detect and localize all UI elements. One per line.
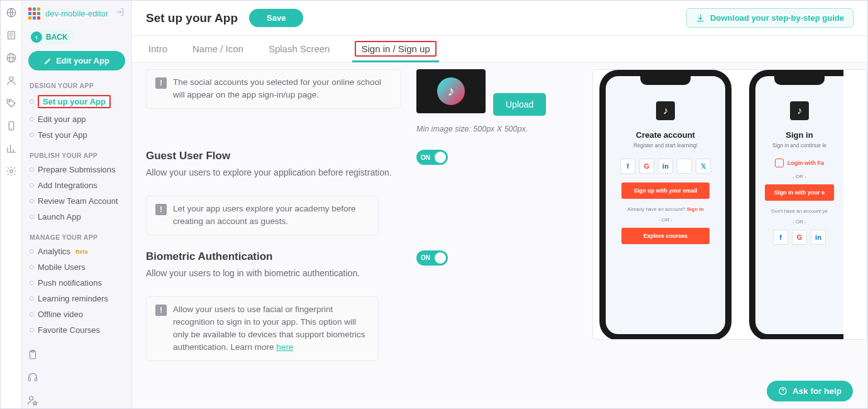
sidebar-item-submissions[interactable]: Prepare Submissions: [22, 162, 131, 177]
main-area: Set up your App Save Download your step-…: [132, 1, 867, 408]
guest-flow-note: ! Let your app users explore your academ…: [146, 196, 379, 235]
biometric-desc: Allow your users to log in with biometri…: [146, 267, 401, 280]
sidebar: dev-mobile-editor ‹ BACK Edit your App D…: [22, 1, 132, 408]
sidebar-item-favorites[interactable]: Favorite Courses: [22, 322, 131, 338]
page-title: Set up your App: [146, 11, 238, 25]
tab-name-icon[interactable]: Name / Icon: [190, 36, 246, 62]
section-publish-label: PUBLISH YOUR APP: [22, 148, 131, 160]
phone1-title: Create account: [636, 130, 695, 140]
google-icon[interactable]: G: [639, 159, 654, 174]
already-account-text: Already have an account? Sign in: [627, 206, 703, 212]
social-accounts-note: ! The social accounts you selected for y…: [146, 69, 401, 109]
explore-courses-button[interactable]: Explore courses: [621, 228, 709, 244]
app-logo-icon: [790, 101, 809, 120]
linkedin-icon[interactable]: in: [811, 230, 826, 245]
preview-phone-signup: Create account Register and start learni…: [599, 70, 732, 340]
biometric-note: ! Allow your users to use facial or fing…: [146, 296, 379, 361]
preview-pane: Create account Register and start learni…: [593, 69, 867, 340]
logo-thumbnail: [416, 69, 486, 113]
social-login-row-2: f G in: [773, 230, 826, 245]
sidebar-item-reminders[interactable]: Learning reminders: [22, 291, 131, 306]
phone2-subtitle: Sign in and continue le: [772, 142, 826, 148]
info-icon: !: [155, 305, 167, 316]
image-size-hint: Min image size: 500px X 500px.: [416, 125, 528, 133]
svg-point-4: [9, 77, 13, 81]
signin-email-button[interactable]: Sign in with your e: [765, 184, 834, 201]
tag-icon[interactable]: [6, 98, 17, 109]
back-button[interactable]: ‹ BACK: [28, 30, 74, 45]
google-icon[interactable]: G: [792, 230, 807, 245]
download-guide-button[interactable]: Download your step-by-step guide: [686, 8, 854, 28]
sidebar-item-analytics[interactable]: AnalyticsBeta: [22, 244, 131, 259]
learn-more-link[interactable]: here: [276, 342, 293, 352]
topbar: Set up your App Save Download your step-…: [132, 1, 867, 36]
apple-icon[interactable]: [677, 159, 692, 174]
guest-flow-toggle[interactable]: ON: [416, 150, 448, 165]
chevron-left-icon: ‹: [31, 31, 42, 43]
user-icon[interactable]: [6, 75, 17, 86]
tiktok-logo-icon: [437, 77, 465, 105]
gear-icon[interactable]: [6, 165, 17, 177]
headset-icon[interactable]: [27, 372, 38, 386]
section-design-label: DESIGN YOUR APP: [22, 78, 131, 91]
sidebar-item-edit[interactable]: Edit your app: [22, 111, 131, 127]
faceid-icon: [775, 159, 784, 167]
sidebar-item-setup[interactable]: Set up your App: [22, 92, 131, 111]
facebook-icon[interactable]: f: [620, 159, 635, 174]
sidebar-bottom-icons: [22, 343, 131, 409]
phone1-subtitle: Register and start learning!: [633, 142, 698, 148]
upload-button[interactable]: Upload: [493, 93, 546, 116]
guest-flow-desc: Allow your users to explore your applica…: [146, 166, 401, 179]
app-logo-icon: [656, 101, 675, 120]
world-icon[interactable]: [6, 52, 17, 64]
clipboard-icon[interactable]: [27, 349, 38, 363]
save-button[interactable]: Save: [249, 9, 303, 27]
mobile-icon[interactable]: [6, 120, 17, 132]
svg-point-7: [9, 170, 13, 173]
sidebar-item-test[interactable]: Test your App: [22, 127, 131, 143]
icon-rail: [1, 1, 22, 408]
ask-for-help-button[interactable]: Ask for help: [767, 381, 853, 401]
star-user-icon[interactable]: [27, 395, 38, 408]
section-manage-label: MANAGE YOUR APP: [22, 230, 131, 242]
faceid-login[interactable]: Login with Fa: [775, 159, 824, 167]
tab-splash[interactable]: Splash Screen: [266, 36, 333, 62]
globe-icon[interactable]: [6, 7, 17, 18]
page-icon[interactable]: [6, 30, 17, 41]
twitter-icon[interactable]: 𝕏: [696, 159, 711, 174]
edit-your-app-button[interactable]: Edit your App: [28, 51, 125, 70]
or-divider: - OR -: [793, 174, 806, 179]
sidebar-item-offline[interactable]: Offline video: [22, 306, 131, 322]
or-divider-2: - OR -: [793, 219, 806, 225]
exit-icon[interactable]: [115, 7, 125, 20]
edit-button-label: Edit your App: [56, 56, 109, 65]
svg-point-5: [8, 101, 9, 102]
facebook-icon[interactable]: f: [773, 230, 788, 245]
sidebar-item-mobile-users[interactable]: Mobile Users: [22, 259, 131, 275]
tab-signin-signup[interactable]: Sign in / Sign up: [352, 36, 438, 62]
info-icon: !: [155, 204, 167, 215]
preview-phone-signin: Sign in Sign in and continue le Login wi…: [749, 70, 843, 340]
svg-rect-10: [28, 378, 30, 381]
back-label: BACK: [46, 33, 68, 42]
chart-icon[interactable]: [6, 143, 17, 154]
app-logo-icon: [28, 8, 40, 20]
svg-point-12: [30, 396, 33, 400]
linkedin-icon[interactable]: in: [658, 159, 673, 174]
social-login-row: f G in 𝕏: [620, 159, 711, 174]
sidebar-item-integrations[interactable]: Add Integrations: [22, 177, 131, 193]
project-name: dev-mobile-editor: [45, 9, 110, 18]
biometric-title: Biometric Authentication: [146, 250, 401, 263]
tab-intro[interactable]: Intro: [146, 36, 170, 62]
signin-link[interactable]: Sign in: [687, 206, 704, 212]
sidebar-item-review-team[interactable]: Review Team Account: [22, 193, 131, 209]
sidebar-item-launch[interactable]: Launch App: [22, 209, 131, 225]
biometric-toggle[interactable]: ON: [416, 250, 448, 266]
sidebar-item-push[interactable]: Push notifications: [22, 275, 131, 291]
info-icon: !: [155, 77, 167, 89]
tabs: Intro Name / Icon Splash Screen Sign in …: [132, 36, 867, 63]
guest-flow-title: Guest User Flow: [146, 150, 401, 162]
signup-email-button[interactable]: Sign up with your email: [621, 182, 709, 199]
phone2-title: Sign in: [786, 130, 813, 140]
no-account-text: Don't have an account ye: [771, 208, 828, 214]
